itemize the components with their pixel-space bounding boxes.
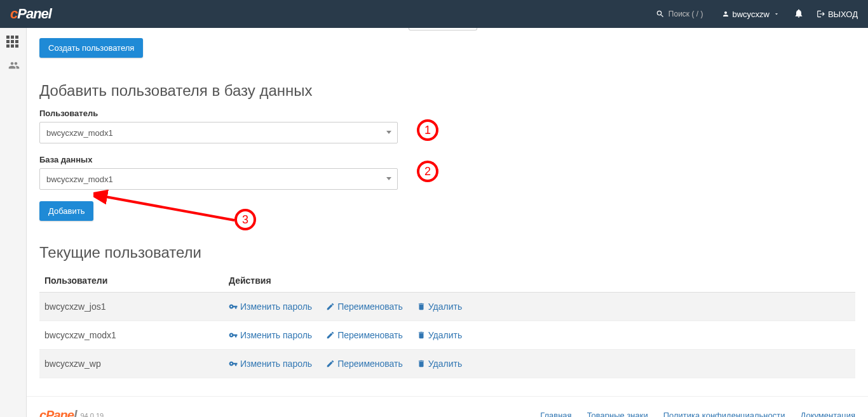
notifications-button[interactable]: [794, 8, 804, 20]
user-name-cell: bwcycxzw_jos1: [39, 293, 224, 321]
search-placeholder: Поиск ( / ): [668, 10, 703, 18]
cutoff-element: [409, 28, 477, 30]
user-menu[interactable]: bwcycxzw: [722, 10, 780, 19]
footer-logo[interactable]: cPanel: [39, 408, 77, 417]
database-select[interactable]: bwcycxzw_modx1: [39, 168, 398, 190]
user-name-cell: bwcycxzw_wp: [39, 350, 224, 378]
search-button[interactable]: Поиск ( / ): [656, 10, 703, 18]
add-button[interactable]: Добавить: [39, 201, 93, 221]
sidebar: [0, 28, 27, 417]
current-users-heading: Текущие пользователи: [39, 244, 855, 261]
footer-privacy[interactable]: Политика конфиденциальности: [663, 411, 785, 417]
header: cPanel Поиск ( / ) bwcycxzw ВЫХОД: [0, 0, 868, 28]
bell-icon: [794, 8, 804, 18]
change-password-link[interactable]: Изменить пароль: [229, 301, 312, 312]
change-password-link[interactable]: Изменить пароль: [229, 359, 312, 369]
main-content: Создать пользователя Добавить пользовате…: [27, 28, 868, 378]
change-password-link[interactable]: Изменить пароль: [229, 330, 312, 340]
table-row: bwcycxzw_modx1 Изменить пароль Переимено…: [39, 321, 855, 350]
delete-link[interactable]: Удалить: [417, 359, 462, 369]
footer: cPanel 94.0.19 Главная Товарные знаки По…: [27, 396, 868, 417]
footer-home[interactable]: Главная: [540, 411, 571, 417]
user-label: Пользователь: [39, 109, 855, 118]
username: bwcycxzw: [732, 10, 770, 19]
annotation-3: 3: [234, 209, 256, 230]
table-row: bwcycxzw_jos1 Изменить пароль Переименов…: [39, 293, 855, 321]
add-user-heading: Добавить пользователя в базу данных: [39, 82, 855, 100]
grid-icon: [6, 36, 20, 48]
people-icon: [6, 60, 22, 71]
users-table: Пользователи Действия bwcycxzw_jos1 Изме…: [39, 269, 855, 378]
svg-line-0: [102, 196, 234, 220]
col-actions: Действия: [224, 269, 855, 293]
annotation-arrow: [93, 190, 240, 225]
annotation-1: 1: [417, 119, 438, 141]
version: 94.0.19: [81, 412, 104, 418]
delete-link[interactable]: Удалить: [417, 301, 462, 312]
caret-down-icon: [773, 11, 780, 17]
user-name-cell: bwcycxzw_modx1: [39, 321, 224, 350]
logout-icon: [817, 10, 825, 18]
create-user-button[interactable]: Создать пользователя: [39, 38, 143, 58]
user-select[interactable]: bwcycxzw_modx1: [39, 122, 398, 143]
person-icon: [722, 10, 729, 18]
footer-docs[interactable]: Документация: [801, 411, 856, 417]
col-users: Пользователи: [39, 269, 224, 293]
footer-trademarks[interactable]: Товарные знаки: [587, 411, 648, 417]
logout-label: ВЫХОД: [828, 10, 858, 19]
table-row: bwcycxzw_wp Изменить пароль Переименоват…: [39, 350, 855, 378]
cpanel-logo[interactable]: cPanel: [10, 6, 51, 22]
rename-link[interactable]: Переименовать: [326, 359, 403, 369]
logout-button[interactable]: ВЫХОД: [817, 10, 858, 19]
sidebar-users[interactable]: [6, 60, 20, 74]
rename-link[interactable]: Переименовать: [326, 330, 403, 340]
delete-link[interactable]: Удалить: [417, 330, 462, 340]
search-icon: [656, 10, 665, 18]
rename-link[interactable]: Переименовать: [326, 301, 403, 312]
database-label: База данных: [39, 155, 855, 164]
sidebar-apps[interactable]: [6, 36, 20, 50]
